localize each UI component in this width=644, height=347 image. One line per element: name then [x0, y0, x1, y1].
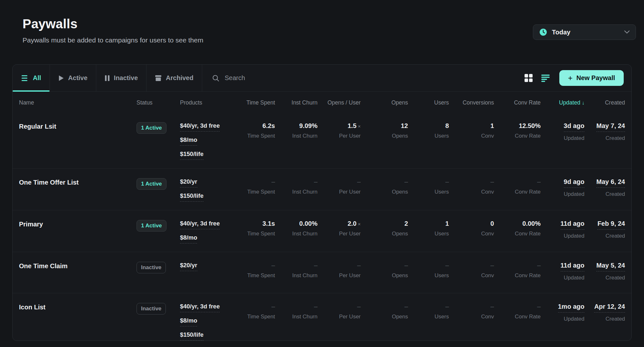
grid-view-icon[interactable]: [524, 74, 533, 82]
tab-inactive[interactable]: Inactive: [96, 65, 147, 91]
metric-users: –Users: [408, 178, 449, 202]
product-price[interactable]: $20/yr: [180, 178, 197, 187]
list-view-icon[interactable]: [541, 74, 550, 82]
product-price[interactable]: $40/yr, 3d free: [180, 122, 220, 132]
column-header-created[interactable]: Created: [584, 99, 625, 106]
metric-label: Opens: [361, 189, 408, 195]
date-range-dropdown[interactable]: Today: [533, 24, 636, 40]
column-header-users[interactable]: Users: [408, 99, 449, 106]
product-price[interactable]: $150/life: [180, 192, 204, 202]
paywall-name: Icon List: [19, 303, 137, 341]
table-row[interactable]: Primary1 Active$40/yr, 3d free$8/mo3.1sT…: [13, 210, 631, 252]
search-input[interactable]: [225, 74, 321, 82]
metric-opens-per-user: –Per User: [317, 303, 361, 341]
products-cell: $20/yr: [180, 262, 233, 285]
created-value: May 5, 24: [584, 262, 625, 271]
table-row[interactable]: Icon ListInactive$40/yr, 3d free$8/mo$15…: [13, 293, 631, 341]
updated-value-text[interactable]: 9d ago: [564, 178, 584, 188]
updated-value-text[interactable]: 3d ago: [564, 122, 584, 132]
created-value-text[interactable]: May 6, 24: [596, 178, 625, 188]
metric-label: Conv: [449, 231, 494, 237]
metric-label: Inst Churn: [275, 314, 317, 320]
created-value-text[interactable]: Apr 12, 24: [594, 303, 625, 313]
tab-archived[interactable]: Archived: [147, 65, 202, 91]
column-header-name[interactable]: Name: [19, 99, 137, 106]
metric-label: Inst Churn: [275, 231, 317, 237]
metric-label: Conv Rate: [494, 272, 541, 279]
created-value-text[interactable]: Feb 9, 24: [597, 220, 625, 230]
column-header-conv-rate[interactable]: Conv Rate: [494, 99, 541, 106]
column-header-opens[interactable]: Opens: [361, 99, 408, 106]
metric-value: 3.1s: [233, 220, 275, 227]
metric-value: –: [317, 178, 361, 186]
product-price[interactable]: $8/mo: [180, 234, 197, 243]
metric-conversions: 0Conv: [449, 220, 494, 243]
product-price[interactable]: $40/yr, 3d free: [180, 220, 220, 229]
metric-label: Conv: [449, 133, 494, 139]
column-header-conversions[interactable]: Conversions: [449, 99, 494, 106]
product-price[interactable]: $8/mo: [180, 317, 197, 326]
table-row[interactable]: Regular Lsit1 Active$40/yr, 3d free$8/mo…: [13, 113, 631, 168]
metric-conversions: 1Conv: [449, 122, 494, 160]
date-range-label: Today: [552, 29, 620, 36]
metric-label: Conv Rate: [494, 189, 541, 195]
tab-active[interactable]: Active: [50, 65, 96, 91]
new-paywall-button[interactable]: + New Paywall: [559, 70, 624, 86]
tab-all[interactable]: All: [13, 65, 50, 91]
updated-value: 11d ago: [541, 220, 584, 230]
chevron-down-icon: [624, 30, 630, 34]
metric-value: –: [494, 178, 541, 186]
clock-icon: [539, 28, 547, 36]
metric-value: 1: [408, 220, 449, 227]
multiplier-suffix: ×: [358, 123, 361, 129]
metric-value: 2: [361, 220, 408, 227]
status-cell: 1 Active: [137, 220, 180, 243]
created-value-text[interactable]: May 7, 24: [596, 122, 625, 132]
search-icon: [212, 74, 220, 82]
metric-users: 1Users: [408, 220, 449, 243]
metric-value: 9.09%: [275, 122, 317, 130]
updated-value-text[interactable]: 11d ago: [561, 220, 584, 230]
column-header-inst-churn[interactable]: Inst Churn: [275, 99, 317, 106]
updated-value-text[interactable]: 1mo ago: [558, 303, 584, 313]
status-badge: 1 Active: [137, 178, 166, 190]
metric-label: Inst Churn: [275, 272, 317, 279]
column-header-time-spent[interactable]: Time Spent: [233, 99, 275, 106]
updated-value-text[interactable]: 11d ago: [561, 262, 584, 271]
updated-cell: 3d agoUpdated: [541, 122, 584, 160]
column-header-updated[interactable]: Updated ↓: [541, 99, 584, 106]
column-header-products[interactable]: Products: [180, 99, 233, 106]
product-price[interactable]: $20/yr: [180, 262, 197, 271]
status-cell: Inactive: [137, 303, 180, 341]
table-row[interactable]: One Time Offer List1 Active$20/yr$150/li…: [13, 168, 631, 210]
metric-inst-churn: –Inst Churn: [275, 303, 317, 341]
product-price[interactable]: $40/yr, 3d free: [180, 303, 220, 312]
status-badge: Inactive: [137, 303, 166, 315]
metric-time-spent: –Time Spent: [233, 262, 275, 285]
status-badge: 1 Active: [137, 220, 166, 232]
metric-value: –: [361, 262, 408, 269]
metric-value: –: [408, 178, 449, 186]
product-price[interactable]: $8/mo: [180, 136, 197, 146]
product-price[interactable]: $150/life: [180, 331, 204, 341]
column-header-opens-user[interactable]: Opens / User: [317, 99, 361, 106]
table-row[interactable]: One Time ClaimInactive$20/yr–Time Spent–…: [13, 252, 631, 293]
tab-label: Inactive: [114, 74, 138, 82]
updated-cell: 11d agoUpdated: [541, 262, 584, 285]
metric-conversions: –Conv: [449, 178, 494, 202]
updated-value: 1mo ago: [541, 303, 584, 313]
metric-value: 12: [361, 122, 408, 130]
product-price[interactable]: $150/life: [180, 151, 204, 160]
metric-label: Opens: [361, 133, 408, 139]
status-cell: 1 Active: [137, 122, 180, 160]
archive-icon: [155, 75, 162, 81]
metric-time-spent: 3.1sTime Spent: [233, 220, 275, 243]
created-label: Created: [584, 233, 625, 239]
page-subtitle: Paywalls must be added to campaigns for …: [23, 36, 203, 44]
created-cell: May 7, 24Created: [584, 122, 625, 160]
created-value-text[interactable]: May 5, 24: [596, 262, 625, 271]
metric-label: Time Spent: [233, 133, 275, 139]
column-header-status[interactable]: Status: [137, 99, 180, 106]
created-value: May 7, 24: [584, 122, 625, 132]
status-badge: Inactive: [137, 262, 166, 273]
